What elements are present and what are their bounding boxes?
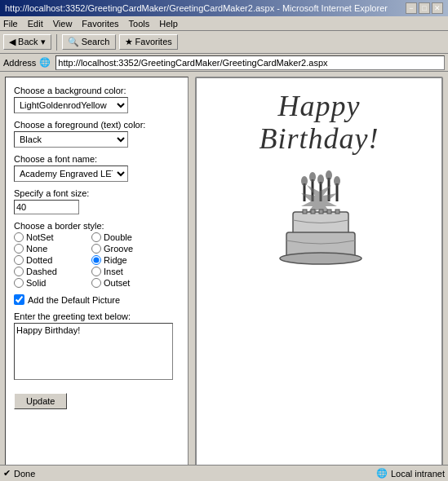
title-bar-text: http://localhost:3352/GreetingCardMaker/…	[5, 3, 388, 13]
zone-icon: 🌐	[376, 468, 388, 479]
radio-none: None	[14, 244, 91, 254]
radio-dotted: Dotted	[14, 255, 91, 265]
left-panel: Choose a background color: LightGoldenro…	[5, 77, 189, 476]
radio-ridge: Ridge	[91, 255, 169, 265]
radio-inset-input[interactable]	[91, 267, 101, 276]
add-picture-group: Add the Default Picture	[14, 294, 180, 305]
font-name-label: Choose a font name:	[14, 154, 180, 164]
border-style-label: Choose a border style:	[14, 221, 180, 231]
font-name-group: Choose a font name: Academy Engraved LET…	[14, 154, 180, 182]
menu-help[interactable]: Help	[159, 19, 178, 29]
maximize-button[interactable]: □	[419, 2, 430, 14]
font-size-label: Specify a font size:	[14, 188, 180, 198]
svg-rect-15	[311, 210, 315, 214]
radio-none-label: None	[26, 244, 47, 254]
menu-file[interactable]: File	[3, 19, 18, 29]
minimize-button[interactable]: −	[406, 2, 417, 14]
radio-inset-label: Inset	[104, 267, 123, 276]
menu-favorites[interactable]: Favorites	[82, 19, 118, 29]
bg-color-label: Choose a background color:	[14, 86, 180, 95]
main-content: Choose a background color: LightGoldenro…	[0, 72, 448, 481]
radio-dashed-label: Dashed	[26, 267, 57, 276]
radio-notset-label: NotSet	[26, 232, 54, 242]
radio-outset-input[interactable]	[91, 278, 101, 288]
search-button[interactable]: 🔍 Search	[62, 34, 116, 50]
status-bar: ✔ Done 🌐 Local intranet	[0, 465, 448, 481]
svg-rect-17	[327, 210, 331, 214]
svg-rect-14	[303, 210, 307, 214]
radio-ridge-label: Ridge	[104, 255, 127, 265]
radio-groove-label: Groove	[104, 244, 133, 254]
toolbar-separator	[56, 34, 57, 51]
status-done-icon: ✔	[3, 468, 11, 479]
add-picture-label: Add the Default Picture	[28, 295, 120, 305]
border-style-grid: NotSet Double None Groove Dotted	[14, 232, 180, 288]
radio-solid-input[interactable]	[14, 278, 24, 288]
status-right: 🌐 Local intranet	[376, 468, 445, 479]
radio-dashed: Dashed	[14, 267, 91, 276]
favorites-button[interactable]: ★ Favorites	[119, 34, 178, 50]
font-size-group: Specify a font size:	[14, 188, 180, 214]
font-size-input[interactable]	[14, 200, 79, 214]
radio-outset-label: Outset	[104, 278, 130, 288]
border-style-section: Choose a border style: NotSet Double Non…	[14, 221, 180, 288]
status-text: Done	[14, 469, 35, 479]
svg-point-8	[326, 170, 332, 180]
radio-none-input[interactable]	[14, 244, 24, 254]
svg-rect-16	[319, 210, 323, 214]
back-button[interactable]: ◀ Back ▾	[3, 34, 51, 50]
bg-color-select[interactable]: LightGoldenrodYellow White LightBlue Lig…	[14, 97, 128, 113]
zone-text: Local intranet	[391, 469, 445, 479]
menu-tools[interactable]: Tools	[129, 19, 150, 29]
radio-solid-label: Solid	[26, 278, 46, 288]
radio-ridge-input[interactable]	[91, 255, 101, 265]
card-greeting: Happy Birthday!	[259, 90, 379, 155]
svg-point-9	[334, 176, 340, 186]
card-line2: Birthday!	[259, 122, 379, 155]
add-picture-checkbox[interactable]	[14, 294, 24, 305]
greeting-label: Enter the greeting text below:	[14, 311, 180, 321]
radio-notset: NotSet	[14, 232, 91, 242]
status-left: ✔ Done	[3, 468, 35, 479]
svg-point-6	[309, 172, 316, 182]
radio-groove: Groove	[91, 244, 169, 254]
radio-double-input[interactable]	[91, 232, 101, 242]
radio-inset: Inset	[91, 267, 169, 276]
svg-point-13	[280, 253, 362, 264]
radio-double: Double	[91, 232, 169, 242]
menu-edit[interactable]: Edit	[28, 19, 43, 29]
update-button[interactable]: Update	[14, 393, 67, 409]
fg-color-select[interactable]: Black Red Blue Green White	[14, 131, 128, 148]
address-icon: 🌐	[39, 57, 51, 68]
menu-bar: File Edit View Favorites Tools Help	[0, 16, 448, 31]
card-line1: Happy	[278, 90, 361, 122]
radio-dotted-input[interactable]	[14, 255, 24, 265]
toolbar: ◀ Back ▾ 🔍 Search ★ Favorites	[0, 31, 448, 54]
svg-point-5	[301, 176, 308, 186]
fg-color-group: Choose a foreground (text) color: Black …	[14, 120, 180, 148]
title-bar-buttons: − □ ✕	[406, 2, 443, 14]
card-preview: Happy Birthday!	[195, 77, 443, 476]
cake-image	[262, 167, 376, 273]
radio-notset-input[interactable]	[14, 232, 24, 242]
greeting-textarea[interactable]: Happy Birthday!	[14, 323, 173, 380]
address-bar: Address 🌐	[0, 54, 448, 72]
radio-dashed-input[interactable]	[14, 267, 24, 276]
radio-outset: Outset	[91, 278, 169, 288]
radio-solid: Solid	[14, 278, 91, 288]
radio-double-label: Double	[104, 232, 132, 242]
menu-view[interactable]: View	[53, 19, 73, 29]
address-label: Address	[3, 58, 36, 68]
bg-color-group: Choose a background color: LightGoldenro…	[14, 86, 180, 113]
close-button[interactable]: ✕	[432, 2, 443, 14]
radio-dotted-label: Dotted	[26, 255, 52, 265]
greeting-group: Enter the greeting text below: Happy Bir…	[14, 311, 180, 382]
title-bar: http://localhost:3352/GreetingCardMaker/…	[0, 0, 448, 16]
svg-rect-18	[335, 210, 339, 214]
font-name-select[interactable]: Academy Engraved LET Arial Times New Rom…	[14, 165, 128, 182]
svg-point-7	[317, 174, 324, 184]
radio-groove-input[interactable]	[91, 244, 101, 254]
address-input[interactable]	[55, 55, 445, 70]
fg-color-label: Choose a foreground (text) color:	[14, 120, 180, 130]
